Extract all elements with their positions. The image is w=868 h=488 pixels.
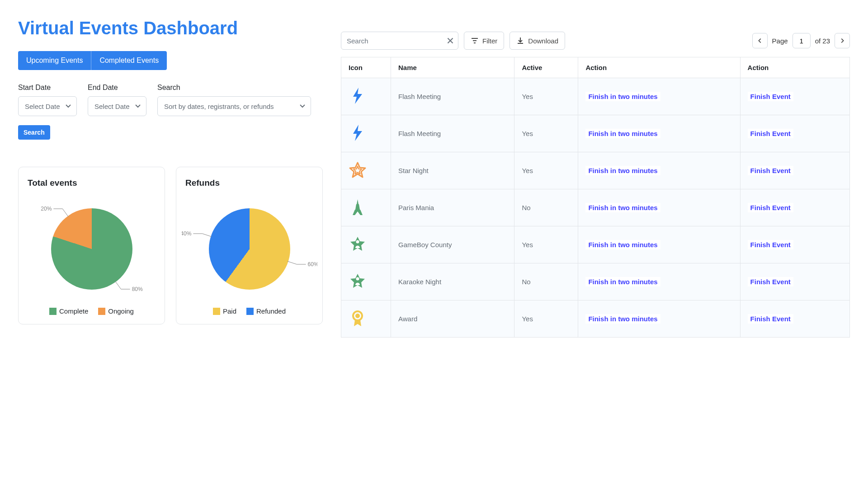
- legend: PaidRefunded: [185, 307, 313, 315]
- row-icon-cell: [341, 226, 391, 263]
- pie-chart: 80%20%: [28, 197, 156, 301]
- end-date-value: Select Date: [94, 103, 130, 110]
- total-events-card: Total events80%20%CompleteOngoing: [18, 167, 165, 324]
- row-icon-cell: [341, 263, 391, 300]
- tab-completed[interactable]: Completed Events: [91, 51, 167, 70]
- page-title: Virtual Events Dashboard: [18, 18, 323, 38]
- download-button[interactable]: Download: [509, 32, 565, 50]
- table-row: Star NightYesFinish in two minutesFinish…: [341, 152, 850, 189]
- bolt-icon: [349, 87, 367, 105]
- finish-in-two-link[interactable]: Finish in two minutes: [585, 240, 660, 249]
- finish-event-link[interactable]: Finish Event: [748, 166, 793, 175]
- chevron-down-icon: [299, 103, 306, 110]
- filter-icon: [471, 37, 479, 45]
- row-active: No: [514, 263, 578, 300]
- legend-item: Ongoing: [98, 307, 134, 315]
- award-icon: [349, 309, 367, 327]
- row-action-cell: Finish in two minutes: [578, 152, 740, 189]
- row-name: Award: [391, 300, 514, 338]
- row-action-cell: Finish Event: [740, 226, 849, 263]
- legend-item: Refunded: [246, 307, 286, 315]
- search-button[interactable]: Search: [18, 125, 50, 140]
- page-input[interactable]: [793, 33, 811, 48]
- table-row: Flash MeetingYesFinish in two minutesFin…: [341, 115, 850, 152]
- row-active: Yes: [514, 152, 578, 189]
- end-date-label: End Date: [88, 84, 146, 92]
- page-prev-button[interactable]: [752, 33, 768, 48]
- row-icon-cell: [341, 152, 391, 189]
- finish-in-two-link[interactable]: Finish in two minutes: [585, 203, 660, 212]
- page-next-button[interactable]: [835, 33, 850, 48]
- person-star-icon: [349, 272, 367, 290]
- row-name: Star Night: [391, 152, 514, 189]
- row-action-cell: Finish in two minutes: [578, 115, 740, 152]
- table-header-cell: Icon: [341, 57, 391, 78]
- tab-upcoming[interactable]: Upcoming Events: [18, 51, 91, 70]
- row-icon-cell: [341, 115, 391, 152]
- finish-in-two-link[interactable]: Finish in two minutes: [585, 129, 660, 138]
- download-label: Download: [528, 37, 558, 45]
- legend-item: Complete: [49, 307, 88, 315]
- row-action-cell: Finish in two minutes: [578, 263, 740, 300]
- table-header-cell: Name: [391, 57, 514, 78]
- finish-event-link[interactable]: Finish Event: [748, 129, 793, 138]
- start-date-select[interactable]: Select Date: [18, 96, 77, 116]
- finish-in-two-link[interactable]: Finish in two minutes: [585, 314, 660, 324]
- pie-slice-label: 80%: [132, 286, 142, 292]
- table-row: AwardYesFinish in two minutesFinish Even…: [341, 300, 850, 338]
- table-search-input[interactable]: [341, 32, 458, 50]
- row-active: Yes: [514, 78, 578, 115]
- page-total: of 23: [815, 37, 830, 45]
- legend-swatch: [246, 308, 254, 315]
- legend-label: Ongoing: [108, 307, 134, 315]
- pager: Page of 23: [752, 33, 850, 48]
- sort-value: Sort by dates, registrants, or refunds: [164, 103, 274, 110]
- finish-event-link[interactable]: Finish Event: [748, 277, 793, 286]
- row-icon-cell: [341, 300, 391, 338]
- card-title: Total events: [28, 178, 156, 188]
- legend-swatch: [98, 308, 105, 315]
- start-date-value: Select Date: [25, 103, 60, 110]
- bolt-icon: [349, 124, 367, 142]
- chevron-left-icon: [757, 38, 763, 44]
- row-action-cell: Finish Event: [740, 300, 849, 338]
- star-icon: [349, 161, 367, 179]
- row-name: Karaoke Night: [391, 263, 514, 300]
- table-header-cell: Action: [740, 57, 849, 78]
- tabs: Upcoming Events Completed Events: [18, 51, 167, 70]
- finish-in-two-link[interactable]: Finish in two minutes: [585, 166, 660, 175]
- close-icon[interactable]: [446, 36, 455, 45]
- pie-chart: 60%40%: [185, 197, 313, 301]
- finish-in-two-link[interactable]: Finish in two minutes: [585, 277, 660, 286]
- pie-slice-label: 60%: [307, 261, 317, 267]
- row-action-cell: Finish Event: [740, 263, 849, 300]
- table-header-cell: Action: [578, 57, 740, 78]
- row-name: Flash Meeting: [391, 115, 514, 152]
- finish-event-link[interactable]: Finish Event: [748, 203, 793, 212]
- sort-select[interactable]: Sort by dates, registrants, or refunds: [157, 96, 311, 116]
- pie-slice-label: 20%: [41, 206, 52, 212]
- download-icon: [516, 37, 524, 45]
- table-toolbar: Filter Download Page of 23: [341, 32, 850, 50]
- finish-in-two-link[interactable]: Finish in two minutes: [585, 92, 660, 101]
- legend-label: Complete: [59, 307, 88, 315]
- row-action-cell: Finish in two minutes: [578, 226, 740, 263]
- table-header-cell: Active: [514, 57, 578, 78]
- filter-label: Filter: [482, 37, 497, 45]
- row-active: Yes: [514, 115, 578, 152]
- end-date-select[interactable]: Select Date: [88, 96, 146, 116]
- finish-event-link[interactable]: Finish Event: [748, 240, 793, 249]
- filter-button[interactable]: Filter: [464, 32, 504, 50]
- legend-swatch: [213, 308, 220, 315]
- filters: Start Date Select Date End Date Select D…: [18, 84, 323, 116]
- table-row: Flash MeetingYesFinish in two minutesFin…: [341, 78, 850, 115]
- row-icon-cell: [341, 78, 391, 115]
- row-action-cell: Finish in two minutes: [578, 189, 740, 226]
- row-action-cell: Finish Event: [740, 115, 849, 152]
- finish-event-link[interactable]: Finish Event: [748, 314, 793, 324]
- table-row: Paris ManiaNoFinish in two minutesFinish…: [341, 189, 850, 226]
- card-title: Refunds: [185, 178, 313, 188]
- row-name: GameBoy County: [391, 226, 514, 263]
- row-active: No: [514, 189, 578, 226]
- finish-event-link[interactable]: Finish Event: [748, 92, 793, 101]
